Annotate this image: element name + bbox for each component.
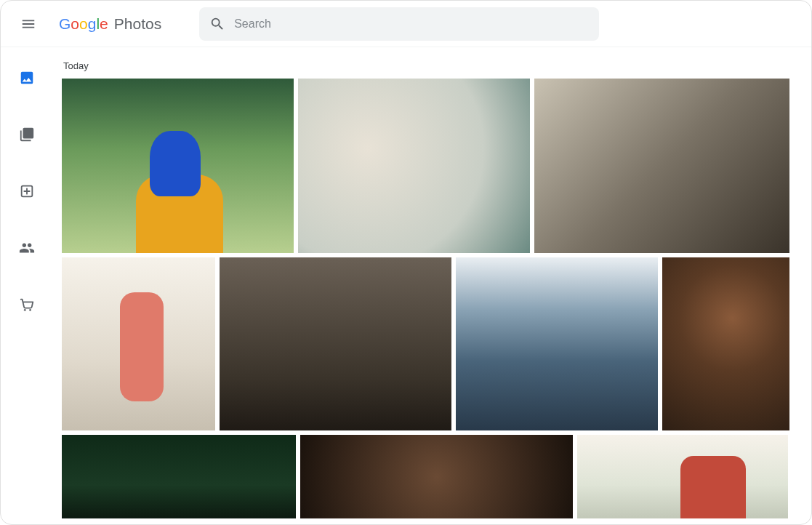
svg-point-2	[29, 309, 31, 311]
nav-photos[interactable]	[11, 62, 43, 94]
for-you-icon	[19, 183, 35, 199]
photo-row	[62, 435, 789, 518]
nav-print-store[interactable]	[11, 289, 43, 321]
sharing-icon	[19, 240, 35, 256]
photo-thumbnail[interactable]	[456, 257, 657, 430]
photo-thumbnail[interactable]	[534, 79, 789, 253]
search-icon	[209, 16, 225, 32]
photo-thumbnail[interactable]	[220, 257, 451, 430]
app-header: Google Photos	[1, 1, 811, 47]
svg-point-1	[24, 309, 26, 311]
photo-thumbnail[interactable]	[298, 79, 530, 253]
photo-thumbnail[interactable]	[62, 435, 296, 518]
nav-albums[interactable]	[11, 119, 43, 151]
nav-sharing[interactable]	[11, 232, 43, 264]
photo-thumbnail[interactable]	[62, 257, 215, 430]
left-navigation	[1, 47, 53, 524]
print-store-icon	[19, 297, 35, 313]
hamburger-icon	[20, 16, 36, 32]
photo-thumbnail[interactable]	[300, 435, 573, 518]
main-menu-button[interactable]	[12, 8, 44, 40]
photo-thumbnail[interactable]	[662, 257, 789, 430]
google-photos-logo: Google Photos	[59, 15, 161, 33]
logo-google-word: Google	[59, 15, 108, 33]
nav-for-you[interactable]	[11, 175, 43, 207]
photo-grid-area: Today	[53, 47, 811, 524]
search-bar[interactable]	[199, 7, 599, 41]
photo-row	[62, 79, 789, 253]
photo-row	[62, 257, 789, 430]
photos-icon	[19, 70, 35, 86]
albums-icon	[19, 127, 35, 143]
date-section-label: Today	[63, 60, 789, 71]
photo-thumbnail[interactable]	[62, 79, 294, 253]
photo-thumbnail[interactable]	[577, 435, 788, 518]
logo-photos-word: Photos	[114, 15, 161, 33]
search-input[interactable]	[234, 17, 589, 31]
